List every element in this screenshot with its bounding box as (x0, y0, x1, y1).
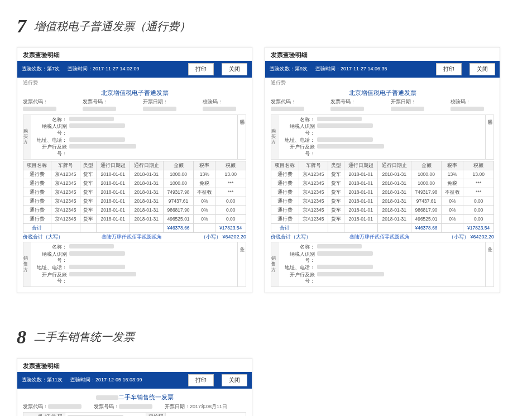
invoice-meta: 发票代码： 发票号码： 开票日期： 校验码： (271, 99, 494, 112)
table-row: 通行费京A12345货车2018-01-012018-01-31496525.0… (23, 215, 246, 224)
items-table: 项目名称车牌号类型通行日期起通行日期止金额税率税额 通行费京A12345货车20… (271, 161, 494, 233)
print-button[interactable]: 打印 (188, 374, 214, 386)
section-title: 二手车销售统一发票 (34, 329, 135, 345)
card-title: 发票查验明细 (265, 47, 500, 61)
table-row: 通行费京A12345货车2018-01-012018-01-31496525.0… (271, 215, 494, 224)
section-7-header: 7 增值税电子普通发票（通行费） (17, 16, 515, 37)
invoice-meta: 发票代码： 发票号码： 开票日期：2017年08月11日 (23, 404, 246, 410)
invoice-meta: 发票代码： 发票号码： 开票日期： 校验码： (23, 99, 246, 112)
close-button[interactable]: 关闭 (222, 63, 247, 75)
table-row: 通行费京A12345货车2018-01-012018-01-3197437.61… (23, 197, 246, 205)
seller-block: 销售方 名称： 纳税人识别号： 地址、电话： 开户行及账号： 备注 (23, 242, 246, 287)
table-row: 通行费京A12345货车2018-01-012018-01-311000.001… (271, 170, 494, 179)
items-table: 项目名称车牌号类型通行日期起通行日期止金额税率税额 通行费京A12345货车20… (23, 161, 246, 233)
check-time: 查验时间：2017-12-05 16:03:09 (70, 377, 142, 384)
card-bluebar: 查验次数：第7次 查验时间：2017-11-27 14:02:09 打印 关闭 (17, 61, 252, 78)
check-count: 查验次数：第9次 (270, 66, 308, 73)
card-title: 发票查验明细 (17, 47, 252, 61)
invoice-title: 二手车销售统一发票 (23, 391, 246, 403)
table-row: 通行费京A12345货车2018-01-012018-01-31986817.9… (271, 206, 494, 215)
section-number: 7 (17, 16, 26, 37)
seller-block: 销售方 名称： 纳税人识别号： 地址、电话： 开户行及账号： 备注 (271, 242, 494, 287)
total-row: 合计¥46378.66¥17823.54 (271, 224, 494, 233)
usedcar-invoice-card: 发票查验明细 查验次数：第11次 查验时间：2017-12-05 16:03:0… (17, 358, 252, 416)
check-time: 查验时间：2017-11-27 14:02:09 (68, 66, 140, 73)
toll-invoice-card-a: 发票查验明细 查验次数：第7次 查验时间：2017-11-27 14:02:09… (17, 47, 252, 293)
table-row: 通行费京A12345货车2018-01-012018-01-311000.00免… (271, 179, 494, 188)
table-row: 通行费京A12345货车2018-01-012018-01-3197437.61… (271, 197, 494, 205)
grand-total: 价税合计（大写） 叁陆万肆仟贰佰零贰圆贰角 （小写） ¥64202.20 (271, 234, 494, 241)
section-8-header: 8 二手车销售统一发票 (17, 327, 515, 348)
check-count: 查验次数：第7次 (22, 66, 60, 73)
invoice-title: 北京增值税电子普通发票 (23, 87, 246, 99)
section-number: 8 (17, 327, 26, 348)
print-button[interactable]: 打印 (188, 63, 214, 75)
card-bluebar: 查验次数：第9次 查验时间：2017-11-27 14:06:35 打印 关闭 (265, 61, 500, 78)
card-title: 发票查验明细 (17, 358, 252, 372)
check-time: 查验时间：2017-11-27 14:06:35 (315, 66, 387, 73)
grand-total: 价税合计（大写） 叁陆万肆仟贰佰零贰圆贰角 （小写） ¥64202.20 (23, 234, 246, 241)
buyer-block: 购买方 名称： 纳税人识别号： 地址、电话： 开户行及账号： 密码区 (271, 114, 494, 160)
table-row: 通行费京A12345货车2018-01-012018-01-31749317.9… (23, 188, 246, 197)
toll-invoice-row: 发票查验明细 查验次数：第7次 查验时间：2017-11-27 14:02:09… (17, 47, 515, 293)
table-row: 通行费京A12345货车2018-01-012018-01-311000.001… (23, 170, 246, 179)
table-row: 通行费京A12345货车2018-01-012018-01-31986817.9… (23, 206, 246, 215)
buyer-block: 购买方 名称： 纳税人识别号： 地址、电话： 开户行及账号： 密码区 (23, 114, 246, 160)
table-row: 通行费京A12345货车2018-01-012018-01-31749317.9… (271, 188, 494, 197)
card-bluebar: 查验次数：第11次 查验时间：2017-12-05 16:03:09 打印 关闭 (17, 372, 252, 389)
print-button[interactable]: 打印 (436, 63, 462, 75)
invoice-title: 北京增值税电子普通发票 (271, 87, 494, 99)
total-row: 合计¥46378.66¥17823.54 (23, 224, 246, 233)
toll-invoice-card-b: 发票查验明细 查验次数：第9次 查验时间：2017-11-27 14:06:35… (265, 47, 500, 293)
check-count: 查验次数：第11次 (22, 377, 63, 384)
close-button[interactable]: 关闭 (469, 63, 495, 75)
close-button[interactable]: 关闭 (222, 374, 247, 386)
section-title: 增值税电子普通发票（通行费） (34, 19, 190, 34)
usedcar-form: 机 打 代 码 税控码 机 打 号 码 机 器 编 号 买方单位/个人单位代码/… (23, 412, 246, 416)
table-row: 通行费京A12345货车2018-01-012018-01-311000.00免… (23, 179, 246, 188)
